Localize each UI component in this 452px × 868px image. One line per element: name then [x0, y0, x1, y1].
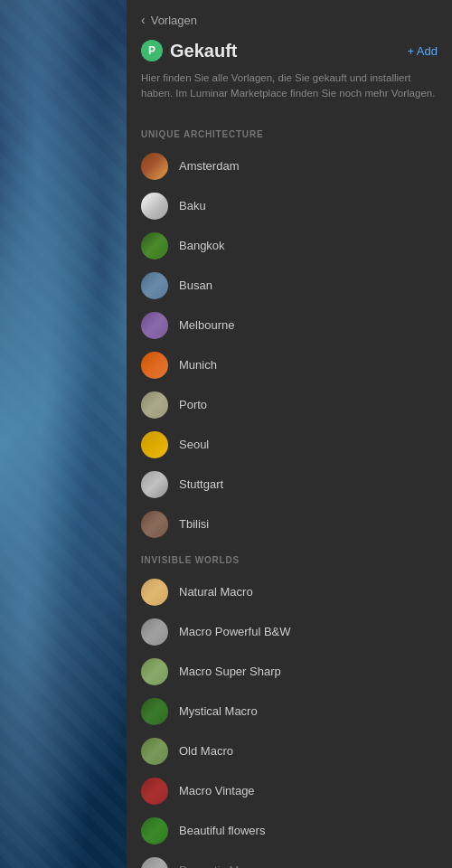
avatar-natural-macro	[141, 579, 168, 606]
add-button[interactable]: + Add	[407, 44, 438, 58]
item-label-amsterdam: Amsterdam	[179, 159, 239, 173]
item-label-tbilisi: Tbilisi	[179, 517, 209, 531]
title-left: P Gekauft	[141, 40, 237, 61]
item-label-dramatic-macro: Dramatic Macro	[179, 863, 262, 868]
back-arrow-icon: ‹	[141, 13, 146, 27]
item-label-bangkok: Bangkok	[179, 239, 225, 252]
avatar-macro-super-sharp	[141, 658, 168, 685]
list-item-beautiful-flowers[interactable]: Beautiful flowers	[127, 811, 452, 851]
section-invisible-worlds: Invisible WorldsNatural MacroMacro Power…	[127, 544, 452, 869]
avatar-munich	[141, 352, 168, 379]
avatar-beautiful-flowers	[141, 817, 168, 844]
back-label: Vorlagen	[151, 14, 197, 27]
item-label-macro-super-sharp: Macro Super Sharp	[179, 665, 281, 678]
section-unique-architecture: UNIQUE ARCHITECTUREAmsterdamBakuBangkokB…	[127, 118, 452, 544]
item-label-macro-powerful-bw: Macro Powerful B&W	[179, 625, 291, 638]
section-header-invisible-worlds: Invisible Worlds	[127, 544, 452, 572]
item-label-busan: Busan	[179, 278, 212, 292]
scrollable-list[interactable]: UNIQUE ARCHITECTUREAmsterdamBakuBangkokB…	[127, 118, 452, 869]
item-label-old-macro: Old Macro	[179, 744, 233, 758]
avatar-mystical-macro	[141, 698, 168, 725]
list-item-dramatic-macro[interactable]: Dramatic Macro	[127, 851, 452, 869]
list-item-baku[interactable]: Baku	[127, 186, 452, 226]
avatar-tbilisi	[141, 511, 168, 538]
left-image-panel	[0, 0, 127, 868]
avatar-porto	[141, 392, 168, 419]
avatar-amsterdam	[141, 153, 168, 180]
list-item-natural-macro[interactable]: Natural Macro	[127, 572, 452, 612]
list-item-stuttgart[interactable]: Stuttgart	[127, 465, 452, 505]
back-navigation[interactable]: ‹ Vorlagen	[141, 13, 438, 27]
item-label-seoul: Seoul	[179, 438, 209, 451]
list-item-tbilisi[interactable]: Tbilisi	[127, 505, 452, 544]
list-item-munich[interactable]: Munich	[127, 345, 452, 385]
avatar-macro-powerful-bw	[141, 618, 168, 646]
avatar-stuttgart	[141, 471, 168, 498]
avatar-bangkok	[141, 232, 168, 259]
luminar-icon: P	[141, 40, 163, 61]
list-item-mystical-macro[interactable]: Mystical Macro	[127, 692, 452, 731]
list-item-macro-powerful-bw[interactable]: Macro Powerful B&W	[127, 612, 452, 652]
item-label-stuttgart: Stuttgart	[179, 477, 223, 491]
avatar-baku	[141, 193, 168, 220]
item-label-natural-macro: Natural Macro	[179, 585, 253, 599]
item-label-porto: Porto	[179, 398, 207, 411]
list-item-old-macro[interactable]: Old Macro	[127, 731, 452, 771]
list-item-seoul[interactable]: Seoul	[127, 425, 452, 465]
list-item-bangkok[interactable]: Bangkok	[127, 226, 452, 266]
header: ‹ Vorlagen P Gekauft + Add Hier finden S…	[127, 0, 452, 118]
list-item-porto[interactable]: Porto	[127, 385, 452, 425]
item-label-macro-vintage: Macro Vintage	[179, 784, 255, 797]
avatar-melbourne	[141, 312, 168, 339]
item-label-melbourne: Melbourne	[179, 318, 234, 332]
list-item-amsterdam[interactable]: Amsterdam	[127, 146, 452, 186]
item-label-munich: Munich	[179, 358, 217, 372]
description-text: Hier finden Sie alle Vorlagen, die Sie g…	[141, 71, 438, 109]
list-item-melbourne[interactable]: Melbourne	[127, 306, 452, 345]
list-item-macro-vintage[interactable]: Macro Vintage	[127, 771, 452, 811]
item-label-mystical-macro: Mystical Macro	[179, 704, 258, 718]
page-title: Gekauft	[170, 41, 237, 61]
avatar-macro-vintage	[141, 778, 168, 805]
list-item-busan[interactable]: Busan	[127, 266, 452, 306]
section-header-unique-architecture: UNIQUE ARCHITECTURE	[127, 118, 452, 146]
item-label-baku: Baku	[179, 199, 206, 212]
avatar-seoul	[141, 431, 168, 458]
avatar-dramatic-macro	[141, 857, 168, 869]
right-panel: ‹ Vorlagen P Gekauft + Add Hier finden S…	[127, 0, 452, 868]
title-row: P Gekauft + Add	[141, 40, 438, 61]
avatar-old-macro	[141, 738, 168, 765]
avatar-busan	[141, 272, 168, 299]
item-label-beautiful-flowers: Beautiful flowers	[179, 824, 265, 837]
background-image	[0, 0, 127, 868]
list-item-macro-super-sharp[interactable]: Macro Super Sharp	[127, 652, 452, 692]
